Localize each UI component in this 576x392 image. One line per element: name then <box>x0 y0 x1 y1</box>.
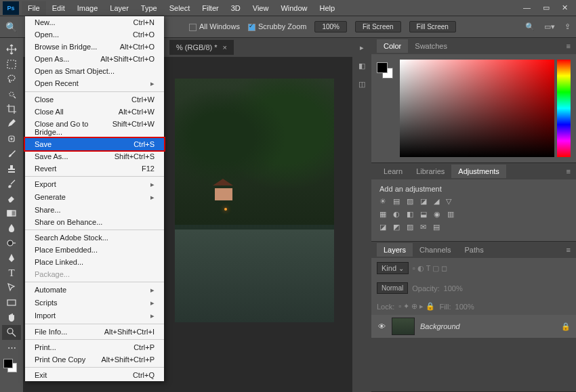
healing-tool[interactable] <box>2 131 21 146</box>
blend-mode[interactable]: Normal <box>377 282 408 294</box>
menu-item-print[interactable]: Print...Ctrl+P <box>25 341 164 353</box>
layer-row[interactable]: 👁 Background 🔒 <box>371 315 576 338</box>
menu-item-save[interactable]: SaveCtrl+S <box>25 138 164 150</box>
paths-tab[interactable]: Paths <box>458 243 491 257</box>
quick-select-tool[interactable] <box>2 87 21 102</box>
adjustment-row-3[interactable]: ◪◩▨✉▤ <box>379 223 568 232</box>
scrubby-zoom-option[interactable]: Scrubby Zoom <box>248 22 307 31</box>
learn-tab[interactable]: Learn <box>377 165 409 178</box>
menu-view[interactable]: View <box>247 1 275 15</box>
menu-item-open-as[interactable]: Open As...Alt+Shift+Ctrl+O <box>25 53 164 65</box>
visibility-icon[interactable]: 👁 <box>377 322 386 330</box>
menu-item-search-adobe-stock[interactable]: Search Adobe Stock... <box>25 232 164 244</box>
lock-icon[interactable]: 🔒 <box>561 322 571 331</box>
menubar: Ps FileEditImageLayerTypeSelectFilter3DV… <box>0 0 576 16</box>
menu-3d[interactable]: 3D <box>225 1 247 15</box>
menu-item-share-on-behance[interactable]: Share on Behance... <box>25 216 164 228</box>
zoom-tool[interactable] <box>2 325 21 340</box>
dodge-tool[interactable] <box>2 236 21 251</box>
history-brush-tool[interactable] <box>2 176 21 191</box>
menu-item-share[interactable]: Share... <box>25 204 164 216</box>
move-tool[interactable] <box>2 42 21 57</box>
document-tab[interactable]: % (RGB/8) *× <box>169 40 234 55</box>
workspace-icon[interactable]: ▭▾ <box>544 22 555 31</box>
canvas[interactable] <box>175 79 334 322</box>
svg-rect-0 <box>7 60 16 68</box>
menu-help[interactable]: Help <box>314 1 342 15</box>
menu-item-exit[interactable]: ExitCtrl+Q <box>25 369 164 381</box>
menu-item-open[interactable]: Open...Ctrl+O <box>25 28 164 41</box>
close-tab-icon[interactable]: × <box>223 43 227 51</box>
menu-item-generate[interactable]: Generate <box>25 191 164 204</box>
eyedropper-tool[interactable] <box>2 116 21 131</box>
hand-tool[interactable] <box>2 310 21 325</box>
menu-item-open-as-smart-object[interactable]: Open as Smart Object... <box>25 65 164 77</box>
menu-item-export[interactable]: Export <box>25 178 164 191</box>
close-button[interactable]: ✕ <box>562 3 568 12</box>
blur-tool[interactable] <box>2 221 21 236</box>
menu-item-file-info[interactable]: File Info...Alt+Shift+Ctrl+I <box>25 326 164 338</box>
maximize-button[interactable]: ▭ <box>543 3 550 12</box>
adjustments-tab[interactable]: Adjustments <box>451 165 506 178</box>
brush-tool[interactable] <box>2 146 21 161</box>
swatches-tab[interactable]: Swatches <box>408 39 454 53</box>
menu-item-close-and-go-to-bridge[interactable]: Close and Go to Bridge...Shift+Ctrl+W <box>25 118 164 138</box>
all-windows-option[interactable]: All Windows <box>189 22 240 31</box>
menu-item-place-embedded[interactable]: Place Embedded... <box>25 244 164 256</box>
stamp-tool[interactable] <box>2 161 21 176</box>
channels-tab[interactable]: Channels <box>413 243 457 257</box>
layers-tab[interactable]: Layers <box>377 243 413 257</box>
properties-icon[interactable]: ◫ <box>358 80 365 89</box>
menu-item-scripts[interactable]: Scripts <box>25 297 164 309</box>
libraries-tab[interactable]: Libraries <box>409 165 451 178</box>
pen-tool[interactable] <box>2 251 21 265</box>
search-icon[interactable]: 🔍 <box>525 22 535 31</box>
menu-item-close-all[interactable]: Close AllAlt+Ctrl+W <box>25 106 164 118</box>
crop-tool[interactable] <box>2 102 21 116</box>
color-swatches[interactable] <box>2 357 21 376</box>
color-picker[interactable] <box>371 54 576 162</box>
fit-screen-button[interactable]: Fit Screen <box>355 21 401 32</box>
menu-type[interactable]: Type <box>135 1 163 15</box>
menu-item-automate[interactable]: Automate <box>25 284 164 297</box>
edit-toolbar[interactable]: ⋯ <box>2 340 21 355</box>
zoom-level[interactable]: 100% <box>314 21 347 32</box>
color-tab[interactable]: Color <box>377 39 408 53</box>
menu-item-browse-in-bridge[interactable]: Browse in Bridge...Alt+Ctrl+O <box>25 41 164 53</box>
lasso-tool[interactable] <box>2 72 21 87</box>
layer-name[interactable]: Background <box>420 322 460 330</box>
collapse-icon[interactable]: ▸ <box>360 43 364 52</box>
menu-file[interactable]: File <box>22 1 46 15</box>
rectangle-tool[interactable] <box>2 295 21 310</box>
history-icon[interactable]: ◧ <box>358 62 365 70</box>
menu-item-new[interactable]: New...Ctrl+N <box>25 16 164 28</box>
menu-select[interactable]: Select <box>163 1 197 15</box>
layer-thumbnail[interactable] <box>392 318 415 335</box>
menu-filter[interactable]: Filter <box>196 1 224 15</box>
menu-layer[interactable]: Layer <box>104 1 135 15</box>
adjustment-row-2[interactable]: ▦◐◧⬓◉▥ <box>379 210 568 219</box>
panel-menu-icon[interactable]: ≡ <box>567 167 571 175</box>
panel-menu-icon[interactable]: ≡ <box>567 246 571 254</box>
panel-menu-icon[interactable]: ≡ <box>567 42 571 50</box>
menu-edit[interactable]: Edit <box>46 1 71 15</box>
menu-item-print-one-copy[interactable]: Print One CopyAlt+Shift+Ctrl+P <box>25 353 164 366</box>
share-icon[interactable]: ⇪ <box>564 22 571 31</box>
type-tool[interactable]: T <box>2 265 21 280</box>
filter-kind[interactable]: Kind ⌄ <box>377 262 409 274</box>
menu-window[interactable]: Window <box>274 1 313 15</box>
fill-screen-button[interactable]: Fill Screen <box>409 21 456 32</box>
menu-item-close[interactable]: CloseCtrl+W <box>25 93 164 106</box>
adjustment-row-1[interactable]: ☀▤▨◪◢▽ <box>379 197 568 206</box>
marquee-tool[interactable] <box>2 57 21 72</box>
path-select-tool[interactable] <box>2 280 21 295</box>
gradient-tool[interactable] <box>2 206 21 221</box>
menu-item-revert[interactable]: RevertF12 <box>25 162 164 175</box>
menu-item-save-as[interactable]: Save As...Shift+Ctrl+S <box>25 150 164 162</box>
menu-item-open-recent[interactable]: Open Recent <box>25 77 164 90</box>
menu-image[interactable]: Image <box>71 1 104 15</box>
menu-item-import[interactable]: Import <box>25 309 164 322</box>
menu-item-place-linked[interactable]: Place Linked... <box>25 256 164 268</box>
eraser-tool[interactable] <box>2 191 21 206</box>
minimize-button[interactable]: — <box>523 3 531 12</box>
